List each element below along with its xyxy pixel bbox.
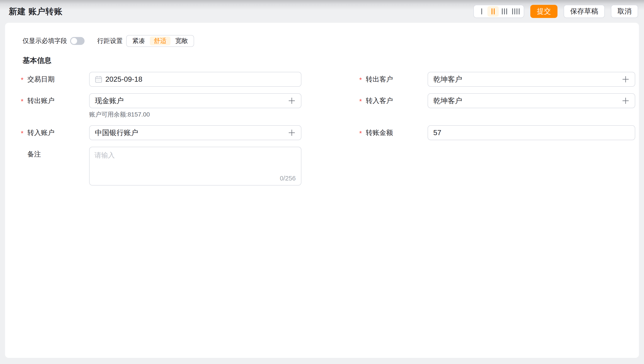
- two-bars-icon: [492, 8, 492, 14]
- spacing-option-comfortable[interactable]: 舒适: [150, 36, 170, 45]
- density-option-2-columns[interactable]: [488, 6, 499, 17]
- out-account-input[interactable]: [95, 96, 284, 105]
- save-draft-button[interactable]: 保存草稿: [564, 5, 605, 18]
- field-in-account: * 转入账户: [21, 125, 302, 140]
- remark-textarea-box: 0/256: [89, 147, 302, 186]
- form-options-bar: 仅显示必填字段 行距设置 紧凑 舒适 宽敞: [22, 35, 639, 47]
- field-label-text: 交易日期: [28, 75, 54, 84]
- required-only-toggle[interactable]: [70, 37, 84, 45]
- toggle-knob: [71, 38, 77, 44]
- density-option-4-columns[interactable]: [510, 6, 522, 17]
- field-remark: 备注 0/256: [21, 147, 302, 186]
- spacing-segmented-control: 紧凑 舒适 宽敞: [126, 35, 194, 47]
- empty-grid-cell: [359, 147, 635, 186]
- required-asterisk: *: [21, 96, 28, 106]
- layout-density-control: [473, 5, 524, 18]
- field-in-customer: * 转入客户: [359, 93, 635, 119]
- field-transfer-amount: * 转账金额: [359, 125, 635, 140]
- char-counter: 0/256: [280, 175, 296, 182]
- out-customer-selector[interactable]: [428, 72, 635, 87]
- calendar-icon: [95, 76, 102, 83]
- out-customer-input[interactable]: [433, 75, 618, 84]
- field-label-text: 转出账户: [28, 96, 54, 105]
- in-account-selector[interactable]: [89, 125, 302, 140]
- available-balance-text: 账户可用余额:8157.00: [89, 110, 302, 119]
- field-label-text: 备注: [28, 150, 41, 159]
- header-actions: 提交 保存草稿 取消: [473, 5, 638, 18]
- required-asterisk: *: [359, 96, 366, 106]
- field-label-text: 转入账户: [28, 128, 54, 137]
- out-account-selector[interactable]: [89, 93, 302, 108]
- spacing-option-compact[interactable]: 紧凑: [128, 36, 149, 45]
- form-card: 仅显示必填字段 行距设置 紧凑 舒适 宽敞 基本信息 * 交易日期: [5, 23, 639, 358]
- field-label-text: 转出客户: [366, 75, 393, 84]
- form-grid: * 交易日期: [21, 72, 639, 186]
- required-asterisk: *: [21, 128, 28, 138]
- required-only-label: 仅显示必填字段: [22, 36, 67, 45]
- page-header: 新建 账户转账 提交 保存草稿 取消: [0, 0, 644, 23]
- plus-icon[interactable]: [622, 75, 630, 83]
- optional-marker-spacer: [21, 153, 28, 155]
- cancel-button[interactable]: 取消: [611, 5, 638, 18]
- spacing-setting-label: 行距设置: [97, 36, 123, 45]
- in-customer-selector[interactable]: [428, 93, 635, 108]
- field-label-text: 转账金额: [366, 128, 393, 137]
- required-asterisk: *: [359, 128, 366, 138]
- remark-textarea[interactable]: [94, 151, 296, 175]
- density-option-3-columns[interactable]: [499, 6, 510, 17]
- amount-input-box[interactable]: [428, 125, 635, 140]
- required-asterisk: *: [359, 74, 366, 84]
- spacing-option-spacious[interactable]: 宽敞: [171, 36, 192, 45]
- date-value-input[interactable]: [105, 75, 296, 84]
- submit-button[interactable]: 提交: [530, 5, 558, 18]
- in-customer-input[interactable]: [433, 96, 618, 105]
- field-label-text: 转入客户: [366, 96, 393, 105]
- one-bar-icon: [481, 8, 482, 14]
- date-input[interactable]: [89, 72, 302, 87]
- plus-icon[interactable]: [288, 129, 296, 137]
- amount-input[interactable]: [433, 128, 630, 137]
- in-account-input[interactable]: [95, 128, 284, 137]
- density-option-1-column[interactable]: [476, 6, 488, 17]
- field-out-customer: * 转出客户: [359, 72, 635, 87]
- field-transaction-date: * 交易日期: [21, 72, 302, 87]
- plus-icon[interactable]: [288, 97, 296, 105]
- field-out-account: * 转出账户 账户可用余额:8157.00: [21, 93, 302, 119]
- three-bars-icon: [502, 8, 503, 14]
- plus-icon[interactable]: [622, 97, 630, 105]
- required-asterisk: *: [21, 74, 28, 84]
- four-bars-icon: [512, 8, 513, 14]
- section-title-basic-info: 基本信息: [22, 56, 639, 66]
- page-title: 新建 账户转账: [9, 6, 63, 17]
